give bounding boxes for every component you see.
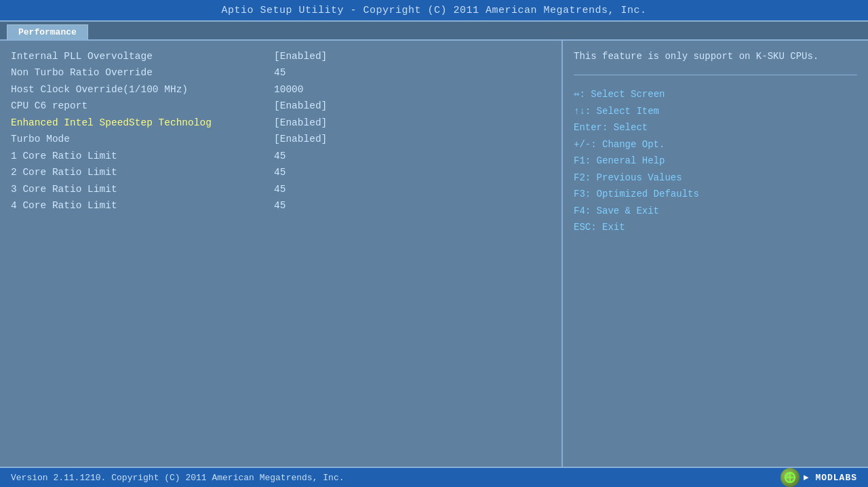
key-line-0: ⇔: Select Screen [574, 86, 857, 103]
menu-item-9[interactable]: 4 Core Ratio Limit45 [11, 198, 551, 213]
menu-label-1: Non Turbo Ratio Override [11, 65, 269, 80]
version-text: Version 2.11.1210. Copyright (C) 2011 Am… [11, 473, 344, 483]
menu-value-7: 45 [274, 165, 285, 180]
menu-item-8[interactable]: 3 Core Ratio Limit45 [11, 182, 551, 197]
help-text: This feature is only support on K-SKU CP… [574, 49, 857, 64]
menu-value-6: 45 [274, 149, 285, 163]
key-line-8: ESC: Exit [574, 219, 857, 236]
menu-item-4[interactable]: Enhanced Intel SpeedStep Technolog[Enabl… [11, 115, 551, 130]
menu-item-5[interactable]: Turbo Mode[Enabled] [11, 132, 551, 147]
right-panel: This feature is only support on K-SKU CP… [563, 41, 868, 467]
menu-item-7[interactable]: 2 Core Ratio Limit45 [11, 165, 551, 180]
menu-label-6: 1 Core Ratio Limit [11, 149, 269, 163]
menu-value-5: [Enabled] [274, 132, 327, 147]
menu-item-6[interactable]: 1 Core Ratio Limit45 [11, 149, 551, 163]
menu-item-3[interactable]: CPU C6 report[Enabled] [11, 98, 551, 113]
logo-text: ► MODLABS [804, 473, 857, 483]
menu-label-4: Enhanced Intel SpeedStep Technolog [11, 115, 269, 130]
key-line-6: F3: Optimized Defaults [574, 186, 857, 203]
logo: ► MODLABS [781, 468, 857, 487]
header-title: Aptio Setup Utility - Copyright (C) 2011… [221, 5, 646, 16]
menu-value-3: [Enabled] [274, 98, 327, 113]
menu-item-1[interactable]: Non Turbo Ratio Override45 [11, 65, 551, 80]
menu-label-8: 3 Core Ratio Limit [11, 182, 269, 197]
left-panel: Internal PLL Overvoltage[Enabled]Non Tur… [0, 41, 563, 467]
key-line-1: ↑↓: Select Item [574, 103, 857, 120]
logo-icon [781, 468, 800, 487]
menu-item-0[interactable]: Internal PLL Overvoltage[Enabled] [11, 49, 551, 64]
key-line-3: +/-: Change Opt. [574, 136, 857, 153]
key-legend: ⇔: Select Screen↑↓: Select ItemEnter: Se… [574, 86, 857, 236]
menu-item-2[interactable]: Host Clock Override(1/100 MHz)10000 [11, 82, 551, 97]
menu-label-2: Host Clock Override(1/100 MHz) [11, 82, 269, 97]
tab-performance[interactable]: Performance [7, 24, 88, 39]
tab-row: Performance [0, 22, 868, 41]
menu-value-9: 45 [274, 198, 285, 213]
bottom-bar: Version 2.11.1210. Copyright (C) 2011 Am… [0, 467, 868, 487]
menu-value-1: 45 [274, 65, 285, 80]
menu-label-0: Internal PLL Overvoltage [11, 49, 269, 64]
divider [574, 75, 857, 75]
key-line-7: F4: Save & Exit [574, 203, 857, 220]
menu-value-4: [Enabled] [274, 115, 327, 130]
menu-label-5: Turbo Mode [11, 132, 269, 147]
menu-value-0: [Enabled] [274, 49, 327, 64]
top-header-bar: Aptio Setup Utility - Copyright (C) 2011… [0, 0, 868, 22]
main-content: Internal PLL Overvoltage[Enabled]Non Tur… [0, 41, 868, 467]
menu-label-3: CPU C6 report [11, 98, 269, 113]
menu-label-9: 4 Core Ratio Limit [11, 198, 269, 213]
key-line-4: F1: General Help [574, 153, 857, 170]
key-line-5: F2: Previous Values [574, 170, 857, 187]
menu-label-7: 2 Core Ratio Limit [11, 165, 269, 180]
key-line-2: Enter: Select [574, 119, 857, 136]
menu-value-8: 45 [274, 182, 285, 197]
menu-value-2: 10000 [274, 82, 304, 97]
